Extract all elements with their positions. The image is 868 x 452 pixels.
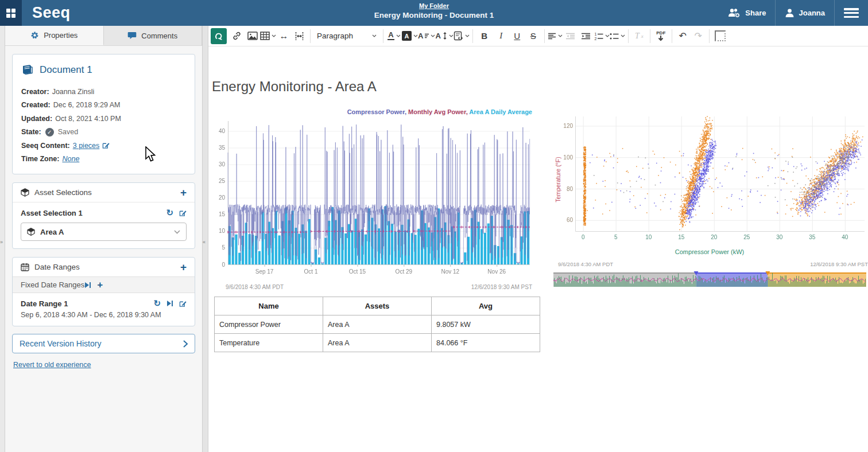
clear-formatting-button[interactable]: Tx — [631, 28, 647, 44]
hamburger-menu-icon[interactable] — [844, 8, 859, 18]
chart-legend: Compressor Power, Monthly Avg Power, Are… — [347, 108, 532, 115]
step-forward-icon[interactable] — [166, 300, 173, 307]
edit-icon[interactable] — [102, 142, 110, 149]
toolbar-divider — [628, 29, 629, 43]
sidebar-splitter[interactable]: « — [202, 26, 208, 452]
add-date-range-button[interactable]: + — [180, 263, 187, 271]
comment-icon — [127, 32, 137, 40]
add-asset-selection-button[interactable]: + — [180, 189, 187, 197]
pdf-label: PDF — [656, 30, 665, 36]
refresh-icon[interactable]: ↻ — [153, 298, 161, 309]
indent-button[interactable] — [579, 28, 594, 44]
editor-toolbar: ↔ Paragraph A A A A — [208, 26, 868, 46]
ordered-list-button[interactable]: 12 — [594, 28, 610, 44]
table-row: TemperatureArea A84.066 °F — [215, 334, 540, 352]
svg-text:2: 2 — [594, 36, 596, 40]
temperature-scatter-chart[interactable]: Temperature (°F) Compressor Power (kW) 9… — [550, 108, 868, 313]
table-cell: Temperature — [215, 334, 323, 352]
page-margins-button[interactable] — [712, 28, 728, 44]
document-heading[interactable]: Energy Monitoring - Area A — [212, 79, 377, 95]
insert-image-button[interactable] — [245, 28, 260, 44]
selected-asset-label: Area A — [40, 228, 169, 236]
timeline-strip-canvas — [553, 271, 866, 287]
power-trend-chart[interactable]: Compressor Power, Monthly Avg Power, Are… — [213, 108, 536, 298]
field-creator: Creator: Joanna Zinsli — [21, 85, 186, 99]
breadcrumb[interactable]: My Folder — [374, 2, 494, 9]
resize-width-button[interactable]: ↔ — [276, 28, 292, 44]
fixed-width-button[interactable] — [292, 28, 307, 44]
apps-menu-button[interactable] — [0, 0, 22, 26]
italic-button[interactable]: I — [493, 28, 509, 44]
document-editor[interactable]: Energy Monitoring - Area A Compressor Po… — [208, 46, 868, 452]
recent-version-history-button[interactable]: Recent Version History — [12, 334, 195, 353]
field-value: Dec 6, 2018 9:29 AM — [53, 101, 121, 109]
share-button[interactable]: Share — [718, 0, 775, 26]
chevron-down-icon — [558, 34, 563, 37]
edit-icon[interactable] — [179, 300, 187, 307]
revert-old-experience-link[interactable]: Revert to old experience — [13, 361, 91, 369]
toolbar-divider — [472, 29, 473, 43]
field-updated: Updated: Oct 8, 2021 4:10 PM — [21, 112, 186, 126]
table-column-header: Assets — [323, 297, 432, 315]
font-size-button[interactable]: A — [418, 28, 435, 44]
calendar-icon — [21, 263, 29, 271]
collapse-left-icon[interactable]: « — [203, 239, 206, 245]
redo-button[interactable]: ↷ — [691, 28, 706, 44]
line-spacing-button[interactable]: A — [435, 28, 453, 44]
bold-button[interactable]: B — [476, 28, 493, 44]
chevron-down-icon — [431, 34, 435, 37]
table-column-header: Avg — [432, 297, 540, 315]
tab-comments[interactable]: Comments — [104, 26, 203, 45]
font-color-button[interactable]: A — [386, 28, 402, 44]
insert-table-button[interactable] — [260, 28, 276, 44]
chart-legend-item[interactable]: Monthly Avg Power, — [408, 108, 469, 115]
export-pdf-button[interactable]: PDF — [653, 28, 669, 44]
chevron-down-icon — [396, 34, 401, 37]
step-forward-icon[interactable] — [84, 282, 91, 289]
asset-selector-dropdown[interactable]: Area A — [21, 223, 187, 241]
properties-sidebar: Properties Comments Document 1 Creator: … — [5, 26, 202, 452]
add-fixed-date-range-button[interactable]: + — [97, 281, 103, 289]
table-column-header: Name — [215, 297, 323, 315]
table-cell: 9.8057 kW — [432, 315, 540, 334]
insert-seeq-content-button[interactable] — [211, 28, 227, 44]
chart-legend-item[interactable]: Compressor Power, — [347, 108, 408, 115]
user-menu[interactable]: Joanna — [776, 0, 834, 26]
bullet-list-button[interactable] — [610, 28, 625, 44]
refresh-icon[interactable]: ↻ — [166, 208, 173, 218]
strikethrough-button[interactable]: S — [525, 28, 541, 44]
chevron-down-icon — [174, 230, 180, 234]
outdent-button[interactable] — [563, 28, 579, 44]
left-collapse-rail[interactable]: » — [0, 26, 5, 452]
chart-legend-item[interactable]: Area A Daily Average — [469, 108, 532, 115]
seeq-logo[interactable]: Seeq — [32, 4, 71, 22]
field-timezone: Time Zone: None — [21, 153, 186, 166]
undo-button[interactable]: ↶ — [675, 28, 691, 44]
insert-link-button[interactable] — [229, 28, 245, 44]
align-button[interactable] — [548, 28, 563, 44]
page-title: Energy Monitoring - Document 1 — [374, 11, 494, 20]
chart-end-date: 12/6/2018 9:30 AM PST — [471, 284, 532, 290]
tab-properties[interactable]: Properties — [5, 26, 104, 45]
share-icon — [727, 8, 741, 18]
table-cell: 84.066 °F — [432, 334, 540, 352]
topbar-divider — [834, 0, 835, 26]
date-ranges-title: Date Ranges — [34, 263, 175, 271]
seeq-content-link[interactable]: 3 pieces — [73, 142, 100, 150]
seeq-content-properties-button[interactable] — [454, 28, 470, 44]
check-circle-icon: ✓ — [45, 128, 54, 137]
bar-line-chart-canvas — [213, 116, 533, 283]
table-row: Compressor PowerArea A9.8057 kW — [215, 315, 540, 334]
edit-icon[interactable] — [179, 209, 187, 217]
paragraph-style-select[interactable]: Paragraph — [313, 28, 380, 44]
chevron-right-icon — [183, 340, 188, 348]
chevron-down-icon — [605, 34, 610, 37]
expand-right-icon[interactable]: » — [0, 239, 3, 245]
date-range-name: Date Range 1 — [21, 299, 153, 308]
timezone-link[interactable]: None — [62, 155, 79, 163]
background-color-button[interactable]: A — [402, 28, 418, 44]
top-bar: Seeq My Folder Energy Monitoring - Docum… — [0, 0, 868, 26]
clear-formatting-label: T — [635, 32, 640, 41]
underline-button[interactable]: U — [509, 28, 525, 44]
cube-icon — [27, 228, 35, 236]
